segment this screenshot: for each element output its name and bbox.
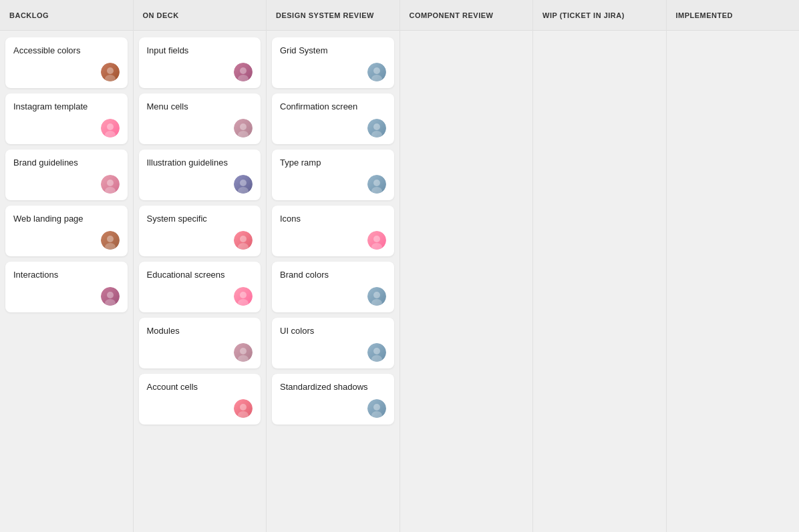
card-avatar-interactions xyxy=(101,287,120,306)
card-accessible-colors[interactable]: Accessible colors xyxy=(5,37,128,88)
card-brand-guidelines[interactable]: Brand guidelines xyxy=(5,150,128,200)
card-title-instagram-template: Instagram template xyxy=(13,101,120,113)
card-title-modules: Modules xyxy=(147,326,253,338)
card-avatar-account-cells xyxy=(234,399,253,418)
card-title-standardized-shadows: Standardized shadows xyxy=(280,382,386,394)
card-title-menu-cells: Menu cells xyxy=(147,101,253,113)
card-title-ui-colors: UI colors xyxy=(280,326,386,338)
card-avatar-input-fields xyxy=(234,63,253,81)
card-title-brand-colors: Brand colors xyxy=(280,270,386,282)
column-header-backlog: BACKLOG xyxy=(0,0,133,31)
column-header-on-deck: ON DECK xyxy=(134,0,267,31)
svg-point-2 xyxy=(107,67,114,74)
svg-point-74 xyxy=(373,404,380,411)
card-title-brand-guidelines: Brand guidelines xyxy=(13,158,120,170)
column-body-on-deck: Input fields Menu cells xyxy=(134,31,267,532)
svg-point-66 xyxy=(373,292,380,298)
card-avatar-accessible-colors xyxy=(101,63,120,81)
column-on-deck: ON DECKInput fields Menu cells xyxy=(134,0,267,532)
column-header-wip-ticket-in-jira: WIP (TICKET IN JIRA) xyxy=(533,0,666,31)
column-body-backlog: Accessible colors Instagram template xyxy=(0,31,133,532)
card-title-icons: Icons xyxy=(280,214,386,226)
column-header-implemented: IMPLEMENTED xyxy=(667,0,800,31)
card-title-educational-screens: Educational screens xyxy=(147,270,253,282)
card-title-type-ramp: Type ramp xyxy=(280,158,386,170)
card-title-grid-system: Grid System xyxy=(280,45,386,57)
card-avatar-ui-colors xyxy=(367,343,386,362)
card-avatar-system-specific xyxy=(234,231,253,250)
card-account-cells[interactable]: Account cells xyxy=(139,374,261,425)
svg-point-54 xyxy=(373,123,380,130)
card-confirmation-screen[interactable]: Confirmation screen xyxy=(272,93,394,144)
card-title-input-fields: Input fields xyxy=(147,45,253,57)
card-avatar-web-landing-page xyxy=(101,231,120,250)
column-header-design-system-review: DESIGN SYSTEM REVIEW xyxy=(267,0,400,31)
svg-point-58 xyxy=(373,180,380,186)
card-menu-cells[interactable]: Menu cells xyxy=(139,93,261,144)
card-avatar-type-ramp xyxy=(367,175,386,194)
card-ui-colors[interactable]: UI colors xyxy=(272,318,394,368)
card-avatar-confirmation-screen xyxy=(367,119,386,138)
card-brand-colors[interactable]: Brand colors xyxy=(272,262,394,312)
card-illustration-guidelines[interactable]: Illustration guidelines xyxy=(139,150,261,200)
card-standardized-shadows[interactable]: Standardized shadows xyxy=(272,374,394,425)
column-design-system-review: DESIGN SYSTEM REVIEWGrid System Confirma… xyxy=(267,0,400,532)
svg-point-22 xyxy=(240,67,247,74)
svg-point-50 xyxy=(373,67,380,74)
card-avatar-educational-screens xyxy=(234,287,253,306)
svg-point-18 xyxy=(107,292,114,298)
card-modules[interactable]: Modules xyxy=(139,318,261,368)
card-avatar-standardized-shadows xyxy=(367,399,386,418)
card-interactions[interactable]: Interactions xyxy=(5,262,128,312)
card-title-system-specific: System specific xyxy=(147,214,253,226)
card-avatar-illustration-guidelines xyxy=(234,175,253,194)
card-avatar-grid-system xyxy=(367,63,386,81)
svg-point-26 xyxy=(240,123,247,130)
card-avatar-modules xyxy=(234,343,253,362)
card-title-account-cells: Account cells xyxy=(147,382,253,394)
card-type-ramp[interactable]: Type ramp xyxy=(272,150,394,200)
card-title-illustration-guidelines: Illustration guidelines xyxy=(147,158,253,170)
column-body-wip-ticket-in-jira xyxy=(533,31,666,532)
column-body-design-system-review: Grid System Confirmation screen xyxy=(267,31,400,532)
column-header-component-review: COMPONENT REVIEW xyxy=(400,0,533,31)
column-implemented: IMPLEMENTED xyxy=(667,0,800,532)
card-educational-screens[interactable]: Educational screens xyxy=(139,262,261,312)
kanban-board: BACKLOGAccessible colors Instagram templ… xyxy=(0,0,799,532)
svg-point-6 xyxy=(107,123,114,130)
card-avatar-instagram-template xyxy=(101,119,120,138)
card-icons[interactable]: Icons xyxy=(272,206,394,256)
card-avatar-brand-guidelines xyxy=(101,175,120,194)
svg-point-34 xyxy=(240,236,247,242)
svg-point-30 xyxy=(240,180,247,186)
column-body-implemented xyxy=(667,31,800,532)
svg-point-10 xyxy=(107,180,114,186)
card-avatar-menu-cells xyxy=(234,119,253,138)
svg-point-46 xyxy=(240,404,247,411)
card-title-accessible-colors: Accessible colors xyxy=(13,45,120,57)
card-title-confirmation-screen: Confirmation screen xyxy=(280,101,386,113)
card-instagram-template[interactable]: Instagram template xyxy=(5,93,128,144)
column-wip-ticket-in-jira: WIP (TICKET IN JIRA) xyxy=(533,0,667,532)
card-grid-system[interactable]: Grid System xyxy=(272,37,394,88)
column-body-component-review xyxy=(400,31,533,532)
column-component-review: COMPONENT REVIEW xyxy=(400,0,534,532)
svg-point-38 xyxy=(240,292,247,298)
card-avatar-icons xyxy=(367,231,386,250)
svg-point-62 xyxy=(373,236,380,242)
card-title-web-landing-page: Web landing page xyxy=(13,214,120,226)
card-web-landing-page[interactable]: Web landing page xyxy=(5,206,128,256)
svg-point-42 xyxy=(240,348,247,354)
column-backlog: BACKLOGAccessible colors Instagram templ… xyxy=(0,0,134,532)
card-input-fields[interactable]: Input fields xyxy=(139,37,261,88)
card-title-interactions: Interactions xyxy=(13,270,120,282)
svg-point-14 xyxy=(107,236,114,242)
card-system-specific[interactable]: System specific xyxy=(139,206,261,256)
svg-point-70 xyxy=(373,348,380,354)
card-avatar-brand-colors xyxy=(367,287,386,306)
